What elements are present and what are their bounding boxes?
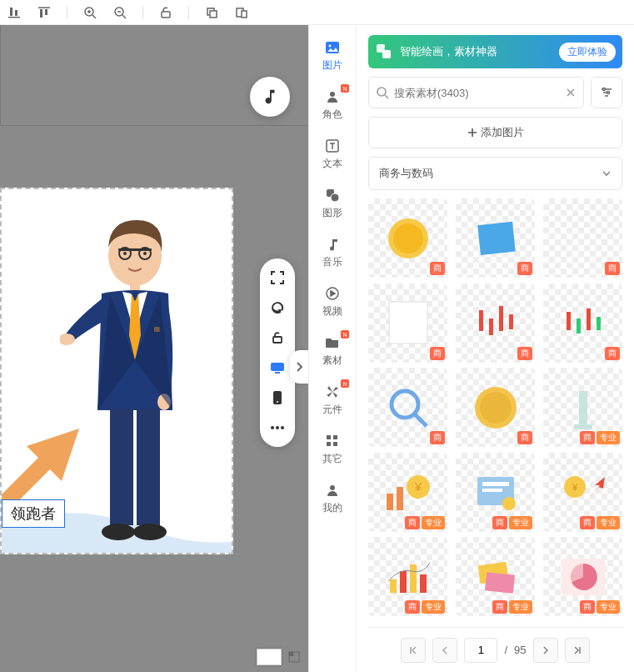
asset-coins-chart[interactable]: ¥商专业 [368,453,447,532]
page-thumbnail[interactable] [257,649,282,665]
nav-text[interactable]: 文本 [309,132,356,176]
nav-video[interactable]: 视频 [309,279,356,323]
svg-rect-72 [387,494,393,510]
nav-label: 音乐 [322,255,342,269]
lock-icon[interactable] [268,328,287,347]
svg-rect-64 [577,318,581,333]
promo-cta-button[interactable]: 立即体验 [559,43,616,62]
page-prev-button[interactable] [432,638,457,663]
asset-candlestick-mixed[interactable]: 商 [543,283,622,363]
nav-character[interactable]: N 角色 [309,83,356,127]
canvas-frame[interactable]: 领跑者 [0,188,233,554]
svg-rect-61 [499,306,503,331]
svg-point-54 [607,92,610,94]
unlock-icon[interactable] [158,5,173,20]
svg-rect-59 [479,310,483,331]
nav-label: 图片 [322,58,342,73]
asset-white-card[interactable]: 商 [368,283,447,363]
svg-rect-65 [587,308,591,330]
paste-icon[interactable] [234,5,249,20]
rotate-icon[interactable] [268,298,287,317]
asset-blank[interactable]: 商 [543,198,622,278]
text-icon [323,137,342,155]
asset-coin-flat[interactable]: 商 [456,368,535,447]
add-image-label: 添加图片 [481,125,524,140]
search-input[interactable] [394,87,560,99]
svg-rect-8 [162,12,170,18]
add-image-button[interactable]: 添加图片 [368,117,622,148]
nav-other[interactable]: 其它 [309,427,356,471]
fullscreen-icon[interactable] [268,268,287,287]
page-next-button[interactable] [533,638,558,663]
svg-point-32 [271,426,274,429]
svg-text:A: A [384,45,387,50]
page-last-button[interactable] [565,638,590,663]
asset-candlestick-red[interactable]: 商 [456,283,535,363]
page-first-button[interactable] [401,638,426,663]
align-top-icon[interactable] [37,5,52,20]
category-select[interactable]: 商务与数码 [368,157,622,190]
svg-point-53 [603,88,606,91]
nav-assets[interactable]: N 素材 [309,328,356,373]
svg-point-56 [393,223,423,253]
panel-collapse-handle[interactable] [290,350,308,384]
asset-coin-arrow[interactable]: ¥商专业 [543,453,622,532]
nav-image[interactable]: 图片 [309,33,356,78]
clear-icon[interactable] [565,87,577,98]
audio-button[interactable] [250,77,290,117]
nav-mine[interactable]: 我的 [309,476,356,520]
align-bottom-icon[interactable] [7,5,22,20]
svg-rect-1 [15,10,17,16]
svg-point-17 [123,252,127,255]
svg-point-33 [276,426,279,429]
page-input[interactable] [464,638,497,663]
asset-gold-coin[interactable]: 商 [368,198,447,278]
more-icon[interactable] [268,419,287,437]
zoom-out-icon[interactable] [112,5,127,20]
search-icon [376,86,389,99]
svg-rect-24 [137,409,160,525]
nav-label: 文本 [322,157,342,171]
expand-thumbnails-icon[interactable] [288,651,300,663]
asset-pie-chart[interactable]: 商专业 [543,537,622,616]
nav-widget[interactable]: N 元件 [309,378,356,422]
nav-label: 其它 [322,452,342,466]
music-icon [323,235,342,253]
device-mobile-icon[interactable] [268,389,287,407]
canvas-area[interactable]: 领跑者 [0,25,308,672]
page-total: 95 [514,644,526,656]
nav-label: 素材 [322,354,342,368]
zoom-in-icon[interactable] [82,5,97,20]
svg-rect-84 [410,564,417,593]
nav-music[interactable]: 音乐 [309,230,356,274]
nav-shape[interactable]: 图形 [309,181,356,225]
promo-text: 智能绘画，素材神器 [400,44,497,59]
svg-rect-82 [390,579,397,593]
asset-bar-chart[interactable]: 商专业 [368,537,447,616]
filter-icon [600,86,613,99]
asset-receipt[interactable]: 商专业 [456,453,535,532]
svg-rect-87 [484,572,514,593]
asset-pillar[interactable]: 商专业 [543,368,622,447]
svg-point-25 [102,524,135,540]
svg-point-48 [330,485,335,490]
svg-rect-4 [45,9,47,15]
asset-magnifier[interactable]: 商 [368,368,447,447]
asset-tickets[interactable]: 商专业 [456,537,535,616]
svg-point-18 [143,252,147,255]
copy-icon[interactable] [204,5,219,20]
promo-banner[interactable]: A 智能绘画，素材神器 立即体验 [368,35,622,68]
device-desktop-icon[interactable] [268,359,287,377]
svg-rect-14 [118,248,152,251]
caption-text[interactable]: 领跑者 [2,499,65,528]
shape-icon [323,186,342,204]
search-box[interactable] [368,77,584,108]
svg-text:¥: ¥ [571,482,577,494]
folder-icon [323,333,342,352]
filter-button[interactable] [591,77,622,108]
character-businessman[interactable] [60,210,202,548]
asset-blue-note[interactable]: 商 [456,198,535,278]
nav-label: 图形 [322,206,342,220]
image-icon [323,38,342,57]
svg-rect-5 [38,7,50,8]
